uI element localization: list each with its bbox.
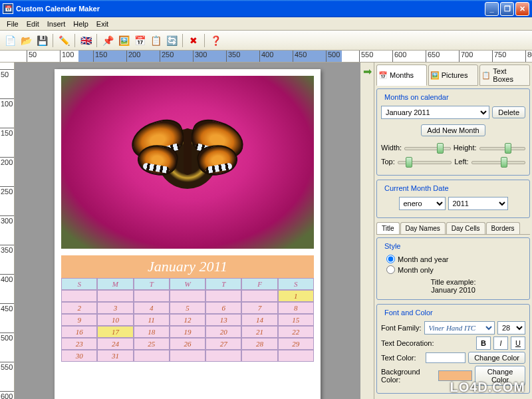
height-slider[interactable] [479,142,525,154]
subtab-borders[interactable]: Borders [486,222,520,234]
pin-button[interactable]: 📌 [100,33,115,48]
tab-months[interactable]: 📅Months [376,65,427,86]
calendar-day-header: T [205,278,241,290]
calendar-day-cell[interactable]: 14 [241,314,277,326]
calendar-day-header: T [134,278,170,290]
calendar-day-cell[interactable]: 9 [61,314,97,326]
underline-button[interactable]: U [511,336,525,350]
note-button[interactable]: 📋 [148,33,163,48]
calendar-day-cell[interactable] [170,350,205,362]
calendar-day-cell[interactable]: 7 [241,302,277,314]
style-group: Style Month and year Month only Title ex… [376,237,530,300]
current-year-select[interactable]: 2011 [448,197,508,210]
close-button[interactable]: ✕ [515,2,529,16]
months-on-calendar-group: Months on calendar January 2011 Delete A… [376,88,530,176]
help-button[interactable]: ❓ [208,33,223,48]
calendar-day-cell[interactable]: 8 [278,302,314,314]
subtab-title[interactable]: Title [376,222,400,234]
calendar-day-cell[interactable]: 15 [278,314,314,326]
tab-pictures[interactable]: 🖼️Pictures [428,65,479,86]
calendar-day-cell[interactable] [61,290,97,302]
radio-month-year[interactable] [386,255,395,263]
current-month-select[interactable]: enero [399,197,446,210]
calendar-day-cell[interactable] [134,290,170,302]
toolbar: 📄 📂 💾 ✏️ 🇬🇧 📌 🖼️ 📅 📋 🔄 ✖ ❓ [0,31,532,51]
calendar-day-header: S [278,278,314,290]
calendar-day-cell[interactable]: 19 [170,326,205,338]
calendar-day-cell[interactable]: 22 [278,326,314,338]
delete-button[interactable]: ✖ [186,33,201,48]
calendar-day-cell[interactable] [97,290,133,302]
properties-panel: 📅Months 🖼️Pictures 📋Text Boxes Months on… [374,63,532,399]
menu-bar: File Edit Insert Help Exit [0,17,532,31]
add-new-month-button[interactable]: Add New Month [421,124,485,136]
calendar-day-cell[interactable]: 29 [278,338,314,350]
top-slider[interactable] [398,156,452,168]
calendar-day-cell[interactable]: 5 [170,302,205,314]
calendar-day-cell[interactable]: 27 [205,338,241,350]
font-size-select[interactable]: 28 [497,321,525,334]
calendar-day-cell[interactable]: 26 [170,338,205,350]
calendar-day-cell[interactable]: 24 [97,338,133,350]
calendar-day-cell[interactable] [170,290,205,302]
subtab-daynames[interactable]: Day Names [400,222,446,234]
calendar-day-cell[interactable]: 28 [241,338,277,350]
open-button[interactable]: 📂 [19,33,33,48]
calendar-day-cell[interactable]: 12 [170,314,205,326]
picture-button[interactable]: 🖼️ [116,33,131,48]
calendar-day-cell[interactable]: 13 [205,314,241,326]
calendar-photo[interactable] [61,76,314,249]
save-button[interactable]: 💾 [35,33,49,48]
calendar-day-cell[interactable]: 21 [241,326,277,338]
calendar-day-cell[interactable]: 3 [97,302,133,314]
calendar-day-cell[interactable] [134,350,170,362]
refresh-button[interactable]: 🔄 [164,33,179,48]
calendar-day-cell[interactable]: 31 [97,350,133,362]
calendar-day-cell[interactable] [241,350,277,362]
calendar-day-cell[interactable]: 10 [97,314,133,326]
bold-button[interactable]: B [476,336,491,350]
new-button[interactable]: 📄 [3,33,17,48]
menu-file[interactable]: File [3,19,23,29]
left-slider[interactable] [471,156,525,168]
window-titlebar: 📅 Custom Calendar Maker _ ❐ ✕ [0,0,532,17]
calendar-page[interactable]: January 2011 SMTWTFS12345678910111213141… [55,69,321,399]
calendar-day-cell[interactable]: 17 [97,326,133,338]
calendar-day-cell[interactable]: 20 [205,326,241,338]
menu-exit[interactable]: Exit [92,19,112,29]
calendar-day-cell[interactable]: 2 [61,302,97,314]
menu-edit[interactable]: Edit [23,19,43,29]
width-slider[interactable] [404,142,450,154]
subtab-daycells[interactable]: Day Cells [446,222,485,234]
change-text-color-button[interactable]: Change Color [468,352,525,364]
calendar-day-cell[interactable]: 4 [134,302,170,314]
maximize-button[interactable]: ❐ [500,2,514,16]
calendar-day-cell[interactable] [205,290,241,302]
menu-help[interactable]: Help [69,19,92,29]
radio-month-only[interactable] [386,265,395,274]
calendar-day-cell[interactable] [241,290,277,302]
calendar-day-cell[interactable]: 16 [61,326,97,338]
calendar-day-cell[interactable] [205,350,241,362]
month-select[interactable]: January 2011 [381,106,489,119]
flag-button[interactable]: 🇬🇧 [78,33,93,48]
tab-textboxes[interactable]: 📋Text Boxes [479,65,530,86]
canvas[interactable]: January 2011 SMTWTFS12345678910111213141… [15,63,360,399]
menu-insert[interactable]: Insert [43,19,70,29]
calendar-day-cell[interactable]: 1 [278,290,314,302]
calendar-grid-container[interactable]: January 2011 SMTWTFS12345678910111213141… [61,255,314,395]
calendar-day-cell[interactable]: 6 [205,302,241,314]
calendar-day-header: M [97,278,133,290]
calendar-day-cell[interactable]: 25 [134,338,170,350]
calendar-day-cell[interactable]: 11 [134,314,170,326]
italic-button[interactable]: I [493,336,508,350]
edit-button[interactable]: ✏️ [57,33,71,48]
calendar-day-cell[interactable]: 23 [61,338,97,350]
calendar-button[interactable]: 📅 [132,33,147,48]
delete-month-button[interactable]: Delete [492,106,525,118]
calendar-day-cell[interactable]: 18 [134,326,170,338]
calendar-day-cell[interactable] [278,350,314,362]
font-family-select[interactable]: Viner Hand ITC [424,321,495,334]
minimize-button[interactable]: _ [485,2,499,16]
calendar-day-cell[interactable]: 30 [61,350,97,362]
